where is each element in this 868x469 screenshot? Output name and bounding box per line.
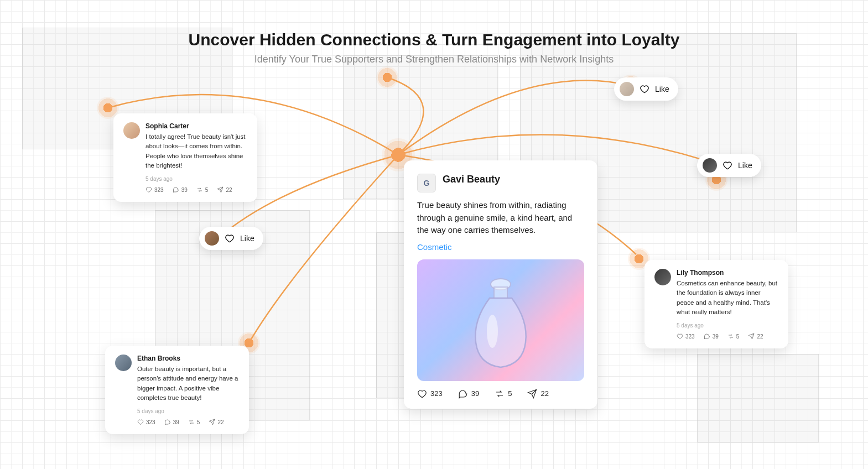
- main-post-card[interactable]: G Gavi Beauty True beauty shines from wi…: [404, 160, 597, 409]
- repost-icon: [188, 419, 195, 425]
- brand-avatar: G: [417, 174, 436, 192]
- svg-rect-1: [494, 287, 507, 298]
- avatar: [703, 158, 717, 173]
- comment-text: Cosmetics can enhance beauty, but the fo…: [677, 279, 778, 317]
- comments-stat[interactable]: 39: [164, 419, 179, 425]
- like-label: Like: [655, 85, 669, 93]
- like-pill[interactable]: Like: [697, 154, 761, 177]
- brand-name: Gavi Beauty: [443, 174, 500, 185]
- comments-stat[interactable]: 39: [458, 389, 479, 399]
- post-text: True beauty shines from within, radiatin…: [417, 199, 584, 237]
- heart-icon: [723, 160, 732, 170]
- likes-stat[interactable]: 323: [137, 419, 155, 425]
- like-pill[interactable]: Like: [199, 227, 263, 250]
- comment-icon: [704, 333, 710, 340]
- comment-card-sophia[interactable]: Sophia Carter I totally agree! True beau…: [113, 113, 257, 202]
- comment-stats: 323 39 5 22: [677, 333, 778, 340]
- share-icon: [527, 389, 537, 399]
- comment-time: 5 days ago: [145, 176, 247, 182]
- heart-icon: [145, 186, 152, 193]
- comment-time: 5 days ago: [677, 322, 778, 329]
- avatar: [654, 269, 671, 285]
- perfume-bottle: [462, 270, 539, 370]
- likes-stat[interactable]: 323: [417, 389, 443, 399]
- likes-stat[interactable]: 323: [145, 186, 164, 193]
- page-header: Uncover Hidden Connections & Turn Engage…: [0, 0, 868, 65]
- share-icon: [209, 419, 215, 425]
- map-node: [376, 66, 398, 88]
- comment-card-lily[interactable]: Lily Thompson Cosmetics can enhance beau…: [644, 260, 788, 348]
- share-stat[interactable]: 22: [209, 419, 224, 425]
- heart-icon: [677, 333, 683, 340]
- heart-icon: [417, 389, 427, 399]
- post-tag[interactable]: Cosmetic: [417, 242, 584, 252]
- comment-text: Outer beauty is important, but a person'…: [137, 364, 239, 403]
- comment-author: Lily Thompson: [677, 269, 778, 277]
- comment-author: Sophia Carter: [145, 122, 247, 130]
- repost-icon: [495, 389, 505, 399]
- comments-stat[interactable]: 39: [173, 186, 188, 193]
- like-label: Like: [738, 161, 752, 170]
- heart-icon: [640, 84, 649, 94]
- comment-card-ethan[interactable]: Ethan Brooks Outer beauty is important, …: [105, 346, 249, 434]
- post-stats: 323 39 5 22: [417, 389, 584, 399]
- repost-stat[interactable]: 5: [196, 186, 209, 193]
- avatar: [115, 355, 132, 371]
- heart-icon: [225, 233, 235, 243]
- likes-stat[interactable]: 323: [677, 333, 695, 340]
- svg-point-2: [487, 315, 498, 348]
- comments-stat[interactable]: 39: [704, 333, 719, 340]
- comment-icon: [173, 186, 179, 193]
- repost-icon: [196, 186, 203, 193]
- repost-icon: [727, 333, 734, 340]
- map-continent: [697, 354, 819, 442]
- page-title: Uncover Hidden Connections & Turn Engage…: [0, 30, 868, 49]
- comment-text: I totally agree! True beauty isn't just …: [145, 132, 247, 170]
- like-pill[interactable]: Like: [614, 77, 678, 101]
- avatar: [620, 82, 634, 96]
- like-label: Like: [240, 234, 254, 243]
- avatar: [123, 122, 140, 139]
- share-stat[interactable]: 22: [527, 389, 548, 399]
- comment-icon: [458, 389, 468, 399]
- comment-icon: [164, 419, 171, 425]
- page-subtitle: Identify Your True Supporters and Streng…: [0, 54, 868, 65]
- comment-author: Ethan Brooks: [137, 355, 239, 362]
- comment-time: 5 days ago: [137, 408, 239, 414]
- repost-stat[interactable]: 5: [188, 419, 200, 425]
- comment-stats: 323 39 5 22: [137, 419, 239, 425]
- share-stat[interactable]: 22: [748, 333, 763, 340]
- repost-stat[interactable]: 5: [727, 333, 740, 340]
- share-stat[interactable]: 22: [217, 186, 232, 193]
- share-icon: [217, 186, 224, 193]
- heart-icon: [137, 419, 144, 425]
- avatar: [205, 231, 219, 246]
- comment-stats: 323 39 5 22: [145, 186, 247, 193]
- share-icon: [748, 333, 755, 340]
- repost-stat[interactable]: 5: [495, 389, 512, 399]
- post-image: [417, 259, 584, 381]
